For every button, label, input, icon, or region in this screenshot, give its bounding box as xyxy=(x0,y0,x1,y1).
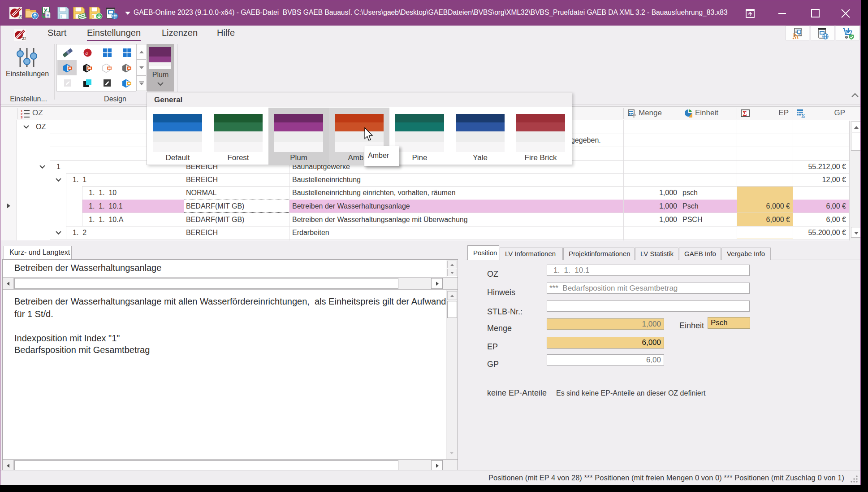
svg-text:23: 23 xyxy=(18,14,22,19)
svg-text:Σ: Σ xyxy=(801,112,805,118)
svg-text:23: 23 xyxy=(22,36,26,41)
svg-text:3: 3 xyxy=(21,115,23,118)
svg-text:Σ: Σ xyxy=(743,110,747,117)
svg-text:a: a xyxy=(86,50,88,56)
